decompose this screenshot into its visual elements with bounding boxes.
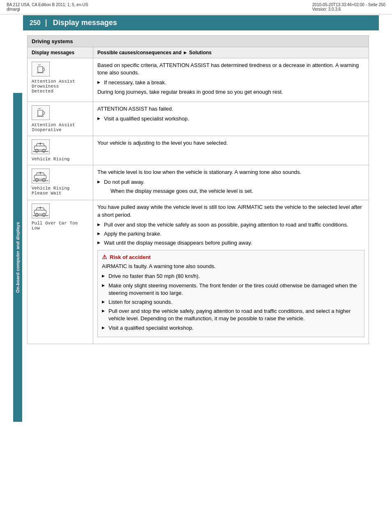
sub-bullets-list: When the display message goes out, the v… [97, 187, 364, 195]
table-row-row-vehicle-rising: Vehicle RisingYour vehicle is adjusting … [28, 136, 369, 165]
page-number: 250 [30, 19, 46, 27]
causes-paragraph: ATTENTION ASSIST has failed. [97, 105, 364, 113]
warning-paragraph: AIRMATIC is faulty. A warning tone also … [102, 263, 360, 270]
svg-point-12 [35, 213, 39, 217]
warning-triangle-icon: ⚠ [102, 254, 107, 260]
causes-paragraph: Based on specific criteria, ATTENTION AS… [97, 62, 364, 76]
msg-label-row-vehicle-rising-please-wait: Vehicle RisingPlease Wait [32, 186, 89, 196]
msg-label-row-pull-over-car-too-low: Pull Over Car TooLow [32, 221, 89, 231]
bullet-item: Apply the parking brake. [97, 230, 364, 238]
causes-paragraph: The vehicle level is too low when the ve… [97, 169, 364, 176]
bullet-item: Do not pull away. [97, 178, 364, 186]
side-label-text: On-board computer and displays [15, 222, 20, 293]
warning-bullet-item: Make only slight steering movements. The… [102, 282, 360, 297]
table-row-row-pull-over-car-too-low: Pull Over Car TooLowYou have pulled away… [28, 200, 369, 344]
warning-bullet-item: Listen for scraping sounds. [102, 298, 360, 306]
display-cell-row-pull-over-car-too-low: Pull Over Car TooLow [28, 200, 93, 344]
car-level-icon [32, 204, 49, 218]
icon-box-row-pull-over-car-too-low [32, 204, 50, 218]
msg-label-row-attention-assist-drowsiness: Attention AssistDrowsinessDetected [32, 79, 89, 94]
bullets-list: Visit a qualified specialist workshop. [97, 115, 364, 123]
car-level-icon [32, 139, 49, 154]
svg-point-8 [35, 178, 39, 181]
bullet-item: Visit a qualified specialist workshop. [97, 115, 364, 123]
warning-bullets-list: Drive no faster than 50 mph (80 km/h).Ma… [102, 273, 360, 331]
svg-point-4 [35, 149, 39, 152]
causes-cell-row-pull-over-car-too-low: You have pulled away while the vehicle l… [93, 200, 369, 344]
coffee-icon [35, 63, 46, 75]
meta-right: 2010-05-20T13:33:46+02:00 - Seite 250 Ve… [312, 2, 385, 12]
causes-cell-row-attention-assist-drowsiness: Based on specific criteria, ATTENTION AS… [93, 58, 369, 102]
car-level-icon [32, 169, 49, 183]
section-header-row: Driving systems [28, 36, 369, 47]
meta-bar: BA 212 USA, CA Edition B 2011; 1; 5, en-… [0, 0, 392, 14]
causes-paragraph: You have pulled away while the vehicle l… [97, 204, 364, 218]
svg-point-9 [42, 178, 46, 181]
table-row-row-attention-assist-inoperative: Attention AssistInoperativeATTENTION ASS… [28, 102, 369, 136]
table-row-row-vehicle-rising-please-wait: Vehicle RisingPlease WaitThe vehicle lev… [28, 165, 369, 200]
bullet-item: Wait until the display message disappear… [97, 239, 364, 247]
bullet-item: If necessary, take a break. [97, 79, 364, 86]
causes-cell-row-vehicle-rising-please-wait: The vehicle level is too low when the ve… [93, 165, 369, 200]
display-cell-row-vehicle-rising: Vehicle Rising [28, 136, 93, 165]
coffee-icon [35, 107, 46, 118]
page-header: 250 Display messages [23, 15, 379, 30]
warning-bullet-item: Visit a qualified specialist workshop. [102, 324, 360, 332]
warning-bullet-item: Drive no faster than 50 mph (80 km/h). [102, 273, 360, 280]
warning-title-text: Risk of accident [110, 254, 151, 260]
table-row-row-attention-assist-drowsiness: Attention AssistDrowsinessDetectedBased … [28, 58, 369, 102]
main-content: Driving systems Display messages Possibl… [27, 35, 369, 344]
bullets-list: Pull over and stop the vehicle safely as… [97, 221, 364, 247]
display-cell-row-attention-assist-inoperative: Attention AssistInoperative [28, 102, 93, 136]
icon-box-row-vehicle-rising-please-wait [32, 169, 50, 183]
causes-paragraph: Your vehicle is adjusting to the level y… [97, 139, 364, 147]
warning-bullet-item: Pull over and stop the vehicle safely, p… [102, 308, 360, 322]
col-header-causes: Possible causes/consequences and ► Solut… [93, 47, 369, 58]
driving-table: Driving systems Display messages Possibl… [27, 35, 369, 344]
col-header-display: Display messages [28, 47, 93, 58]
bullet-item: Pull over and stop the vehicle safely as… [97, 221, 364, 229]
warning-title: ⚠Risk of accident [102, 254, 360, 260]
warning-box: ⚠Risk of accidentAIRMATIC is faulty. A w… [97, 250, 364, 337]
svg-point-5 [42, 149, 46, 152]
causes-cell-row-vehicle-rising: Your vehicle is adjusting to the level y… [93, 136, 369, 165]
icon-box-row-attention-assist-drowsiness [32, 62, 50, 76]
bullets-list: If necessary, take a break. [97, 79, 364, 86]
extra-paragraph: During long journeys, take regular break… [97, 88, 364, 96]
section-header: Driving systems [28, 36, 369, 47]
msg-label-row-vehicle-rising: Vehicle Rising [32, 157, 89, 162]
side-label-strip: On-board computer and displays [13, 93, 22, 422]
display-cell-row-vehicle-rising-please-wait: Vehicle RisingPlease Wait [28, 165, 93, 200]
page-title: Display messages [53, 19, 117, 27]
icon-box-row-attention-assist-inoperative [32, 105, 50, 120]
bullets-list: Do not pull away. [97, 178, 364, 186]
sub-bullet-item: When the display message goes out, the v… [97, 187, 364, 195]
msg-label-row-attention-assist-inoperative: Attention AssistInoperative [32, 123, 89, 132]
column-header-row: Display messages Possible causes/consequ… [28, 47, 369, 58]
causes-cell-row-attention-assist-inoperative: ATTENTION ASSIST has failed.Visit a qual… [93, 102, 369, 136]
meta-left: BA 212 USA, CA Edition B 2011; 1; 5, en-… [7, 2, 88, 12]
display-cell-row-attention-assist-drowsiness: Attention AssistDrowsinessDetected [28, 58, 93, 102]
icon-box-row-vehicle-rising [32, 139, 50, 154]
svg-point-13 [42, 213, 46, 217]
